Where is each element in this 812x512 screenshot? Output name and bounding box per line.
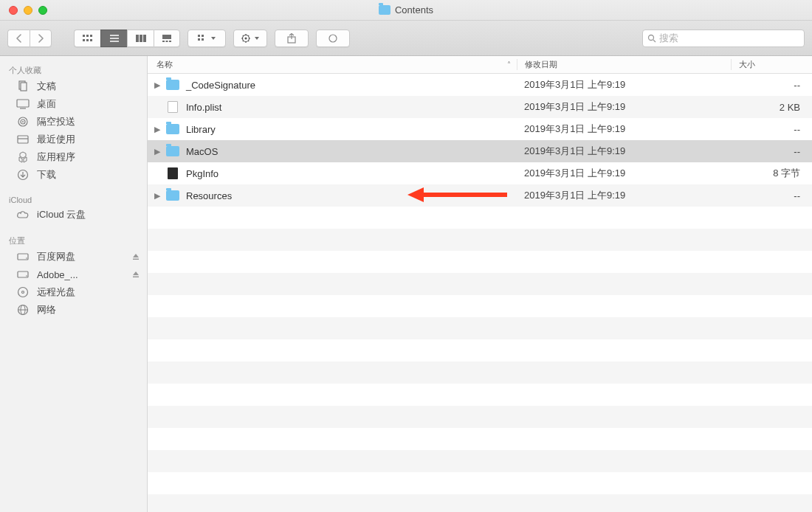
sidebar-item-applications[interactable]: 应用程序 <box>0 148 147 166</box>
svg-rect-46 <box>133 259 139 260</box>
disclosure-triangle-icon[interactable]: ▶ <box>152 125 162 134</box>
minimize-button[interactable] <box>24 6 32 15</box>
column-date[interactable]: 修改日期 <box>517 59 731 70</box>
column-name[interactable]: 名称 ˄ <box>148 59 517 70</box>
svg-rect-9 <box>136 35 139 42</box>
rows-container: ▶_CodeSignature2019年3月1日 上午9:19--Info.pl… <box>148 74 812 512</box>
svg-point-51 <box>22 291 24 294</box>
file-row[interactable]: PkgInfo2019年3月1日 上午9:198 字节 <box>148 162 812 184</box>
file-list: 名称 ˄ 修改日期 大小 ▶_CodeSignature2019年3月1日 上午… <box>148 56 812 512</box>
sidebar-item-recents[interactable]: 最近使用 <box>0 131 147 148</box>
sidebar-header-locations: 位置 <box>0 231 147 248</box>
file-row[interactable]: ▶MacOS2019年3月1日 上午9:19-- <box>148 140 812 162</box>
svg-line-27 <box>248 41 249 41</box>
file-size: 8 字节 <box>731 167 812 180</box>
file-row[interactable]: ▶Library2019年3月1日 上午9:19-- <box>148 118 812 140</box>
sidebar-item-remote-disc[interactable]: 远程光盘 <box>0 283 147 301</box>
sidebar-item-downloads[interactable]: 下载 <box>0 166 147 184</box>
sidebar-item-label: Adobe_... <box>37 269 78 280</box>
sidebar-item-adobe-disk[interactable]: Adobe_... <box>0 266 147 283</box>
svg-rect-12 <box>162 35 171 39</box>
close-button[interactable] <box>9 6 18 15</box>
sidebar-item-baidu-disk[interactable]: 百度网盘 <box>0 248 147 266</box>
svg-rect-35 <box>21 83 27 91</box>
downloads-icon <box>16 168 30 181</box>
network-icon <box>16 303 30 316</box>
svg-rect-3 <box>83 39 85 41</box>
search-input[interactable] <box>659 32 799 44</box>
svg-rect-18 <box>198 38 200 41</box>
svg-rect-49 <box>133 277 139 278</box>
file-name: Resources <box>186 190 517 201</box>
view-buttons <box>74 30 180 47</box>
empty-row <box>148 384 812 406</box>
disclosure-triangle-icon[interactable]: ▶ <box>152 80 162 90</box>
file-size: -- <box>731 146 812 157</box>
empty-row <box>148 406 812 428</box>
file-name: MacOS <box>186 146 517 157</box>
tag-button[interactable] <box>316 30 350 47</box>
file-row[interactable]: ▶_CodeSignature2019年3月1日 上午9:19-- <box>148 74 812 96</box>
disclosure-triangle-icon[interactable]: ▶ <box>152 191 162 201</box>
svg-rect-14 <box>166 41 168 42</box>
sidebar-item-desktop[interactable]: 桌面 <box>0 95 147 113</box>
eject-icon[interactable] <box>132 271 140 278</box>
sidebar-item-documents[interactable]: 文稿 <box>0 77 147 95</box>
action-button[interactable] <box>233 30 267 47</box>
file-size: -- <box>731 80 812 91</box>
folder-icon <box>165 145 180 157</box>
empty-row <box>148 295 812 317</box>
list-view-button[interactable] <box>100 30 127 47</box>
svg-rect-0 <box>83 35 85 37</box>
cloud-icon <box>16 208 30 221</box>
optical-icon <box>16 286 30 299</box>
svg-rect-15 <box>169 41 171 42</box>
empty-row <box>148 273 812 295</box>
file-row[interactable]: ▶Resources2019年3月1日 上午9:19-- <box>148 184 812 207</box>
sidebar-item-airdrop[interactable]: 隔空投送 <box>0 113 147 131</box>
search-field[interactable] <box>642 30 805 47</box>
sidebar-item-label: 最近使用 <box>37 133 75 146</box>
svg-line-29 <box>248 35 249 35</box>
file-date: 2019年3月1日 上午9:19 <box>517 122 731 136</box>
svg-rect-47 <box>18 271 28 277</box>
icon-view-button[interactable] <box>74 30 100 47</box>
eject-icon[interactable] <box>132 253 140 260</box>
sidebar-item-label: 桌面 <box>37 97 56 111</box>
column-view-button[interactable] <box>127 30 154 47</box>
svg-rect-5 <box>90 39 92 41</box>
column-size[interactable]: 大小 <box>731 59 812 70</box>
empty-row <box>148 361 812 384</box>
window-controls <box>9 6 47 15</box>
sidebar-item-label: 应用程序 <box>37 151 75 164</box>
sidebar-item-network[interactable]: 网络 <box>0 301 147 319</box>
svg-rect-13 <box>162 41 165 42</box>
sidebar-item-icloud-drive[interactable]: iCloud 云盘 <box>0 206 147 224</box>
zoom-button[interactable] <box>38 6 47 15</box>
folder-icon <box>165 190 180 201</box>
svg-rect-4 <box>86 39 89 41</box>
arrange-button[interactable] <box>187 30 226 47</box>
svg-point-31 <box>329 35 337 42</box>
empty-row <box>148 494 812 512</box>
sidebar-item-label: 百度网盘 <box>37 250 75 263</box>
svg-rect-41 <box>18 136 28 143</box>
svg-rect-36 <box>17 100 29 107</box>
search-icon <box>647 34 656 43</box>
back-button[interactable] <box>7 30 30 47</box>
empty-row <box>148 251 812 273</box>
sidebar-item-label: 下载 <box>37 168 56 181</box>
empty-row <box>148 207 812 229</box>
file-row[interactable]: Info.plist2019年3月1日 上午9:192 KB <box>148 96 812 118</box>
svg-rect-44 <box>18 254 28 260</box>
disclosure-triangle-icon[interactable]: ▶ <box>152 147 162 156</box>
recents-icon <box>16 133 30 146</box>
sidebar-item-label: 网络 <box>37 303 56 316</box>
svg-point-21 <box>245 37 247 39</box>
forward-button[interactable] <box>30 30 52 47</box>
gallery-view-button[interactable] <box>154 30 180 47</box>
file-date: 2019年3月1日 上午9:19 <box>517 189 731 202</box>
svg-rect-10 <box>140 35 142 42</box>
empty-row <box>148 339 812 361</box>
share-button[interactable] <box>275 30 309 47</box>
